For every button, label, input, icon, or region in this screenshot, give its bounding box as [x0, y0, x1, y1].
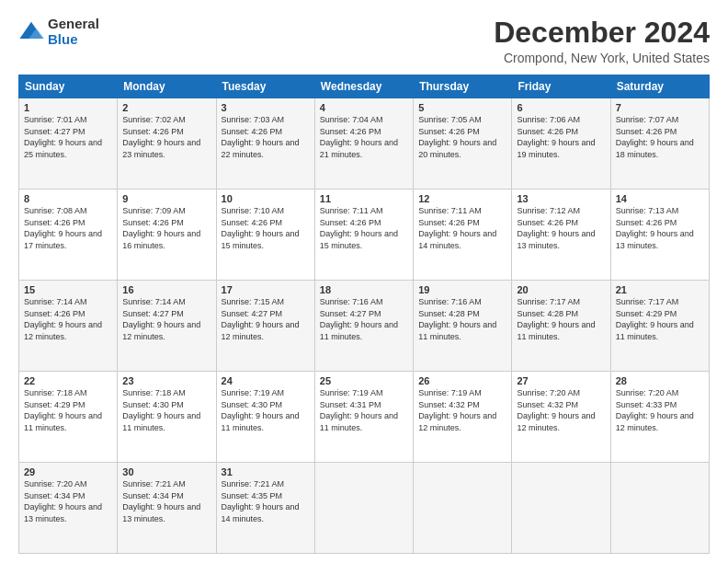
day-number: 16	[122, 284, 210, 295]
day-number: 25	[320, 375, 408, 386]
calendar-cell: 21Sunrise: 7:17 AMSunset: 4:29 PMDayligh…	[610, 281, 709, 372]
day-number: 19	[418, 284, 506, 295]
day-info: Sunrise: 7:19 AMSunset: 4:30 PMDaylight:…	[222, 387, 310, 433]
calendar-cell: 14Sunrise: 7:13 AMSunset: 4:26 PMDayligh…	[610, 190, 709, 281]
calendar-cell: 26Sunrise: 7:19 AMSunset: 4:32 PMDayligh…	[414, 372, 512, 463]
day-info: Sunrise: 7:16 AMSunset: 4:27 PMDaylight:…	[320, 296, 408, 342]
day-info: Sunrise: 7:15 AMSunset: 4:27 PMDaylight:…	[222, 296, 310, 342]
subtitle: Crompond, New York, United States	[494, 51, 710, 65]
calendar-cell: 27Sunrise: 7:20 AMSunset: 4:32 PMDayligh…	[512, 372, 610, 463]
col-tuesday: Tuesday	[216, 75, 314, 98]
main-title: December 2024	[494, 17, 710, 49]
day-number: 29	[24, 466, 112, 477]
day-info: Sunrise: 7:20 AMSunset: 4:32 PMDaylight:…	[517, 387, 605, 433]
calendar-cell	[512, 463, 610, 554]
calendar-cell: 3Sunrise: 7:03 AMSunset: 4:26 PMDaylight…	[216, 98, 314, 190]
day-info: Sunrise: 7:13 AMSunset: 4:26 PMDaylight:…	[616, 205, 704, 251]
day-info: Sunrise: 7:14 AMSunset: 4:27 PMDaylight:…	[122, 296, 210, 342]
day-number: 20	[517, 284, 605, 295]
calendar-cell	[414, 463, 512, 554]
logo-blue-text: Blue	[48, 32, 99, 48]
col-saturday: Saturday	[610, 75, 709, 98]
day-info: Sunrise: 7:06 AMSunset: 4:26 PMDaylight:…	[517, 114, 605, 160]
logo-text: General Blue	[48, 17, 99, 47]
day-number: 15	[24, 284, 112, 295]
day-number: 11	[320, 193, 408, 204]
calendar-cell: 17Sunrise: 7:15 AMSunset: 4:27 PMDayligh…	[216, 281, 314, 372]
calendar-cell	[314, 463, 413, 554]
day-number: 28	[616, 375, 704, 386]
col-sunday: Sunday	[19, 75, 118, 98]
calendar-cell: 4Sunrise: 7:04 AMSunset: 4:26 PMDaylight…	[314, 98, 413, 190]
calendar-cell: 25Sunrise: 7:19 AMSunset: 4:31 PMDayligh…	[314, 372, 413, 463]
day-info: Sunrise: 7:08 AMSunset: 4:26 PMDaylight:…	[24, 205, 112, 251]
day-number: 18	[320, 284, 408, 295]
calendar-body: 1Sunrise: 7:01 AMSunset: 4:27 PMDaylight…	[19, 98, 710, 554]
day-info: Sunrise: 7:04 AMSunset: 4:26 PMDaylight:…	[320, 114, 408, 160]
day-number: 21	[616, 284, 704, 295]
calendar-cell: 29Sunrise: 7:20 AMSunset: 4:34 PMDayligh…	[19, 463, 118, 554]
day-number: 7	[616, 102, 704, 113]
calendar-cell: 30Sunrise: 7:21 AMSunset: 4:34 PMDayligh…	[118, 463, 216, 554]
calendar-cell: 28Sunrise: 7:20 AMSunset: 4:33 PMDayligh…	[610, 372, 709, 463]
day-info: Sunrise: 7:17 AMSunset: 4:29 PMDaylight:…	[616, 296, 704, 342]
col-wednesday: Wednesday	[314, 75, 413, 98]
calendar-week-row: 1Sunrise: 7:01 AMSunset: 4:27 PMDaylight…	[19, 98, 710, 190]
calendar-cell: 1Sunrise: 7:01 AMSunset: 4:27 PMDaylight…	[19, 98, 118, 190]
day-number: 14	[616, 193, 704, 204]
title-block: December 2024 Crompond, New York, United…	[494, 17, 710, 65]
day-number: 12	[418, 193, 506, 204]
calendar-cell: 24Sunrise: 7:19 AMSunset: 4:30 PMDayligh…	[216, 372, 314, 463]
calendar-cell: 11Sunrise: 7:11 AMSunset: 4:26 PMDayligh…	[314, 190, 413, 281]
day-number: 22	[24, 375, 112, 386]
calendar-cell: 18Sunrise: 7:16 AMSunset: 4:27 PMDayligh…	[314, 281, 413, 372]
calendar-cell: 10Sunrise: 7:10 AMSunset: 4:26 PMDayligh…	[216, 190, 314, 281]
day-info: Sunrise: 7:14 AMSunset: 4:26 PMDaylight:…	[24, 296, 112, 342]
calendar-week-row: 15Sunrise: 7:14 AMSunset: 4:26 PMDayligh…	[19, 281, 710, 372]
day-info: Sunrise: 7:01 AMSunset: 4:27 PMDaylight:…	[24, 114, 112, 160]
calendar-cell: 22Sunrise: 7:18 AMSunset: 4:29 PMDayligh…	[19, 372, 118, 463]
day-info: Sunrise: 7:05 AMSunset: 4:26 PMDaylight:…	[418, 114, 506, 160]
day-number: 3	[222, 102, 310, 113]
day-number: 24	[222, 375, 310, 386]
day-info: Sunrise: 7:19 AMSunset: 4:32 PMDaylight:…	[418, 387, 506, 433]
calendar-cell: 16Sunrise: 7:14 AMSunset: 4:27 PMDayligh…	[118, 281, 216, 372]
col-thursday: Thursday	[414, 75, 512, 98]
calendar-header: Sunday Monday Tuesday Wednesday Thursday…	[19, 75, 710, 98]
calendar-cell: 31Sunrise: 7:21 AMSunset: 4:35 PMDayligh…	[216, 463, 314, 554]
day-number: 31	[222, 466, 310, 477]
day-info: Sunrise: 7:21 AMSunset: 4:34 PMDaylight:…	[122, 478, 210, 524]
day-info: Sunrise: 7:20 AMSunset: 4:34 PMDaylight:…	[24, 478, 112, 524]
calendar-cell: 7Sunrise: 7:07 AMSunset: 4:26 PMDaylight…	[610, 98, 709, 190]
day-number: 23	[122, 375, 210, 386]
col-friday: Friday	[512, 75, 610, 98]
day-number: 4	[320, 102, 408, 113]
logo: General Blue	[18, 17, 99, 47]
day-info: Sunrise: 7:02 AMSunset: 4:26 PMDaylight:…	[122, 114, 210, 160]
day-number: 10	[222, 193, 310, 204]
day-number: 26	[418, 375, 506, 386]
day-info: Sunrise: 7:18 AMSunset: 4:29 PMDaylight:…	[24, 387, 112, 433]
calendar-table: Sunday Monday Tuesday Wednesday Thursday…	[18, 75, 710, 554]
col-monday: Monday	[118, 75, 216, 98]
day-info: Sunrise: 7:16 AMSunset: 4:28 PMDaylight:…	[418, 296, 506, 342]
day-info: Sunrise: 7:12 AMSunset: 4:26 PMDaylight:…	[517, 205, 605, 251]
day-number: 1	[24, 102, 112, 113]
day-number: 13	[517, 193, 605, 204]
day-number: 6	[517, 102, 605, 113]
calendar-cell: 9Sunrise: 7:09 AMSunset: 4:26 PMDaylight…	[118, 190, 216, 281]
day-info: Sunrise: 7:11 AMSunset: 4:26 PMDaylight:…	[418, 205, 506, 251]
day-number: 30	[122, 466, 210, 477]
calendar-cell: 12Sunrise: 7:11 AMSunset: 4:26 PMDayligh…	[414, 190, 512, 281]
day-info: Sunrise: 7:21 AMSunset: 4:35 PMDaylight:…	[222, 478, 310, 524]
day-number: 5	[418, 102, 506, 113]
logo-general-text: General	[48, 17, 99, 32]
day-number: 2	[122, 102, 210, 113]
calendar-cell: 15Sunrise: 7:14 AMSunset: 4:26 PMDayligh…	[19, 281, 118, 372]
calendar-cell: 8Sunrise: 7:08 AMSunset: 4:26 PMDaylight…	[19, 190, 118, 281]
day-info: Sunrise: 7:11 AMSunset: 4:26 PMDaylight:…	[320, 205, 408, 251]
calendar-cell: 5Sunrise: 7:05 AMSunset: 4:26 PMDaylight…	[414, 98, 512, 190]
day-info: Sunrise: 7:07 AMSunset: 4:26 PMDaylight:…	[616, 114, 704, 160]
calendar-cell: 20Sunrise: 7:17 AMSunset: 4:28 PMDayligh…	[512, 281, 610, 372]
day-info: Sunrise: 7:18 AMSunset: 4:30 PMDaylight:…	[122, 387, 210, 433]
